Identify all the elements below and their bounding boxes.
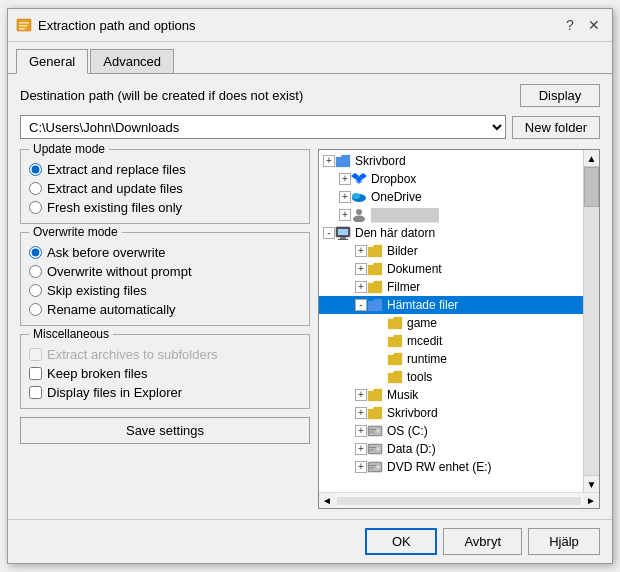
folder-blue-icon xyxy=(367,297,383,313)
tree-item[interactable]: + Filmer xyxy=(319,278,583,296)
update-extract-update[interactable]: Extract and update files xyxy=(29,181,301,196)
scroll-track[interactable] xyxy=(584,167,599,475)
onedrive-icon xyxy=(351,189,367,205)
tree-item[interactable]: game xyxy=(319,314,583,332)
new-folder-button[interactable]: New folder xyxy=(512,116,600,139)
tree-item-label: Skrivbord xyxy=(387,406,438,420)
update-extract-replace[interactable]: Extract and replace files xyxy=(29,162,301,177)
scroll-up-button[interactable]: ▲ xyxy=(584,150,600,167)
tree-item[interactable]: tools xyxy=(319,368,583,386)
expand-icon[interactable]: + xyxy=(339,191,351,203)
overwrite-without-prompt[interactable]: Overwrite without prompt xyxy=(29,264,301,279)
svg-rect-4 xyxy=(336,158,350,167)
scroll-thumb[interactable] xyxy=(584,167,599,207)
ok-button[interactable]: OK xyxy=(365,528,437,555)
expand-icon[interactable]: + xyxy=(339,209,351,221)
update-fresh-only[interactable]: Fresh existing files only xyxy=(29,200,301,215)
tree-item[interactable]: + Dropbox xyxy=(319,170,583,188)
tree-item-label: OneDrive xyxy=(371,190,422,204)
misc-keep-broken[interactable]: Keep broken files xyxy=(29,366,301,381)
scroll-left-button[interactable]: ◄ xyxy=(319,493,335,509)
tree-item[interactable]: + OS (C:) xyxy=(319,422,583,440)
tree-body: + Skrivbord+ Dropbox+ OneDrive+ ████████… xyxy=(319,150,599,492)
expand-icon[interactable]: + xyxy=(355,407,367,419)
tree-item[interactable]: - Hämtade filer xyxy=(319,296,583,314)
expand-icon[interactable]: + xyxy=(355,461,367,473)
update-mode-group: Update mode Extract and replace files Ex… xyxy=(20,149,310,224)
dialog-title: Extraction path and options xyxy=(38,18,560,33)
tree-item[interactable]: + Skrivbord xyxy=(319,152,583,170)
expand-icon[interactable]: + xyxy=(355,281,367,293)
tree-item[interactable]: + Bilder xyxy=(319,242,583,260)
svg-rect-25 xyxy=(368,392,382,401)
svg-rect-1 xyxy=(19,22,29,24)
tree-container[interactable]: + Skrivbord+ Dropbox+ OneDrive+ ████████… xyxy=(319,150,583,492)
tree-item-label: Skrivbord xyxy=(355,154,406,168)
drive-icon xyxy=(367,459,383,475)
tab-advanced[interactable]: Advanced xyxy=(90,49,174,74)
dest-path-select[interactable]: C:\Users\John\Downloads xyxy=(20,115,506,139)
folder-icon xyxy=(387,369,403,385)
scroll-down-button[interactable]: ▼ xyxy=(584,475,600,492)
misc-display-explorer[interactable]: Display files in Explorer xyxy=(29,385,301,400)
folder-icon xyxy=(367,261,383,277)
dialog-footer: OK Avbryt Hjälp xyxy=(8,519,612,563)
svg-rect-3 xyxy=(19,28,25,30)
tree-item[interactable]: runtime xyxy=(319,350,583,368)
overwrite-ask[interactable]: Ask before overwrite xyxy=(29,245,301,260)
save-settings-button[interactable]: Save settings xyxy=(20,417,310,444)
expand-icon[interactable]: + xyxy=(355,425,367,437)
folder-icon xyxy=(387,315,403,331)
tree-item[interactable]: + Dokument xyxy=(319,260,583,278)
update-mode-options: Extract and replace files Extract and up… xyxy=(29,162,301,215)
svg-point-10 xyxy=(352,193,360,199)
folder-music-icon xyxy=(367,387,383,403)
overwrite-skip[interactable]: Skip existing files xyxy=(29,283,301,298)
help-button[interactable]: ? xyxy=(560,15,580,35)
tree-item[interactable]: + Skrivbord xyxy=(319,404,583,422)
tab-general[interactable]: General xyxy=(16,49,88,74)
tree-item[interactable]: + Musik xyxy=(319,386,583,404)
svg-rect-40 xyxy=(369,465,376,466)
scroll-right-button[interactable]: ► xyxy=(583,493,599,509)
expand-icon[interactable]: + xyxy=(355,443,367,455)
folder-blue-icon xyxy=(335,153,351,169)
main-content: Update mode Extract and replace files Ex… xyxy=(20,149,600,509)
user-icon xyxy=(351,207,367,223)
expand-icon[interactable]: - xyxy=(323,227,335,239)
expand-icon[interactable]: + xyxy=(339,173,351,185)
overwrite-mode-title: Overwrite mode xyxy=(29,225,122,239)
file-tree-panel: + Skrivbord+ Dropbox+ OneDrive+ ████████… xyxy=(318,149,600,509)
expand-icon[interactable]: + xyxy=(355,263,367,275)
tree-item[interactable]: + DVD RW enhet (E:) xyxy=(319,458,583,476)
expand-icon[interactable]: + xyxy=(323,155,335,167)
tree-item[interactable]: + OneDrive xyxy=(319,188,583,206)
folder-icon xyxy=(367,405,383,421)
scrollbar-horizontal[interactable]: ◄ ► xyxy=(319,492,599,508)
drive-icon xyxy=(367,423,383,439)
expand-icon[interactable]: + xyxy=(355,245,367,257)
tree-item[interactable]: + ████████ xyxy=(319,206,583,224)
title-controls: ? ✕ xyxy=(560,15,604,35)
tree-item[interactable]: mcedit xyxy=(319,332,583,350)
scroll-h-track[interactable] xyxy=(337,497,581,505)
tree-item-label: OS (C:) xyxy=(387,424,428,438)
tree-item-label: Den här datorn xyxy=(355,226,435,240)
dialog: Extraction path and options ? ✕ General … xyxy=(7,8,613,564)
tree-item[interactable]: - Den här datorn xyxy=(319,224,583,242)
close-button[interactable]: ✕ xyxy=(584,15,604,35)
expand-icon[interactable]: - xyxy=(355,299,367,311)
svg-point-12 xyxy=(353,216,365,223)
display-button[interactable]: Display xyxy=(520,84,600,107)
app-icon xyxy=(16,17,32,33)
scrollbar-vertical[interactable]: ▲ ▼ xyxy=(583,150,599,492)
svg-point-11 xyxy=(356,209,362,215)
svg-rect-18 xyxy=(368,266,382,275)
cancel-button[interactable]: Avbryt xyxy=(443,528,522,555)
svg-rect-35 xyxy=(369,447,376,448)
help-footer-button[interactable]: Hjälp xyxy=(528,528,600,555)
overwrite-rename[interactable]: Rename automatically xyxy=(29,302,301,317)
tree-item[interactable]: + Data (D:) xyxy=(319,440,583,458)
expand-icon[interactable]: + xyxy=(355,389,367,401)
tree-item-label: tools xyxy=(407,370,432,384)
